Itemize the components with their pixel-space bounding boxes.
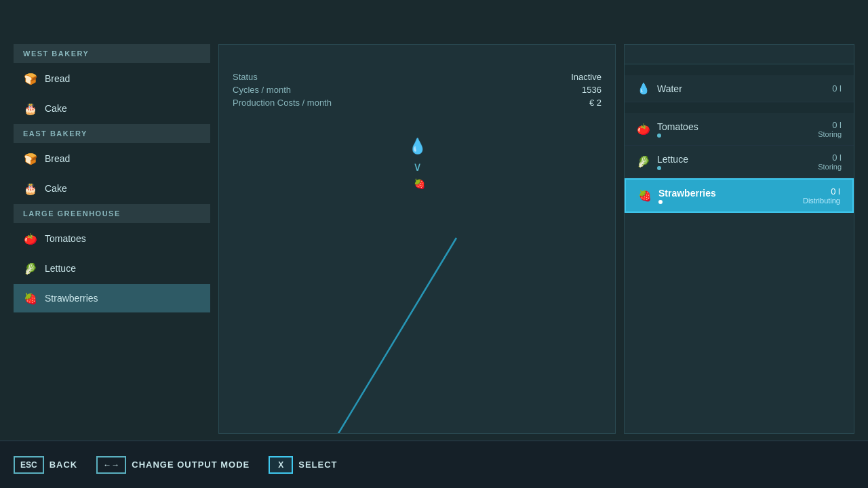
tomatoes-icon: 🍅 <box>637 123 650 136</box>
storage-item-name: Strawberries <box>658 188 716 199</box>
list-item-label: Bread <box>45 153 70 164</box>
cake-icon: 🎂 <box>23 181 38 196</box>
action-label: CHANGE OUTPUT MODE <box>132 460 250 470</box>
section-header-west-bakery: WEST BAKERY <box>14 44 210 63</box>
stat-label: Cycles / month <box>233 85 291 95</box>
list-item-label: Cake <box>45 103 67 114</box>
action-button-back[interactable]: ESC BACK <box>14 456 77 474</box>
production-stats: Status InactiveCycles / month 1536Produc… <box>233 72 601 108</box>
cake-icon: 🎂 <box>23 101 38 116</box>
storage-item-name: Tomatoes <box>657 121 698 132</box>
bread-icon: 🍞 <box>23 151 38 166</box>
key-badge: ←→ <box>96 456 126 474</box>
list-item-cake[interactable]: 🎂 Cake <box>14 94 210 123</box>
action-label: BACK <box>50 460 78 470</box>
outgoing-items-list: 🍅 Tomatoes 0 l Storing 🥬 Lettuce 0 l Sto… <box>625 113 854 213</box>
recipe-section: 💧 ∨ 🍓 <box>233 124 601 203</box>
recipe-output-icon: 🍓 <box>414 178 425 189</box>
bottom-actions: ESC BACK←→ CHANGE OUTPUT MODEX SELECT <box>14 456 338 474</box>
recipe-visual: 💧 ∨ 🍓 <box>233 124 601 203</box>
bread-icon: 🍞 <box>23 71 38 86</box>
stat-value: Inactive <box>571 72 601 82</box>
storage-item-name: Lettuce <box>657 154 688 165</box>
svg-line-0 <box>328 238 456 433</box>
outgoing-item-lettuce[interactable]: 🥬 Lettuce 0 l Storing <box>625 146 854 178</box>
storage-item-amount: 0 l <box>832 83 842 94</box>
recipe-arrow-icon: ∨ <box>413 159 422 174</box>
stat-label: Status <box>233 72 258 82</box>
action-button-change-output-mode[interactable]: ←→ CHANGE OUTPUT MODE <box>96 456 250 474</box>
section-header-east-bakery: EAST BAKERY <box>14 124 210 143</box>
storage-item-amount: 0 l <box>831 186 840 197</box>
list-item-tomatoes[interactable]: 🍅 Tomatoes <box>14 224 210 253</box>
key-badge: X <box>269 456 293 474</box>
outgoing-products-header <box>625 102 854 113</box>
list-item-label: Cake <box>45 183 67 194</box>
storage-item-status: Storing <box>818 130 842 138</box>
list-item-lettuce[interactable]: 🥬 Lettuce <box>14 254 210 283</box>
right-panel: 💧 Water 0 l 🍅 Tomatoes 0 l Storing 🥬 Let… <box>624 44 854 434</box>
incoming-item-water[interactable]: 💧 Water 0 l <box>625 75 854 102</box>
list-item-bread[interactable]: 🍞 Bread <box>14 144 210 173</box>
production-panel: Status InactiveCycles / month 1536Produc… <box>218 44 616 434</box>
lettuce-icon: 🥬 <box>23 261 38 276</box>
recipe-input-icon: 💧 <box>408 138 427 155</box>
list-item-bread[interactable]: 🍞 Bread <box>14 64 210 93</box>
stat-row-cycles-/-month: Cycles / month 1536 <box>233 85 601 95</box>
list-item-label: Bread <box>45 73 70 84</box>
stat-value: 1536 <box>582 85 601 95</box>
list-item-label: Lettuce <box>45 263 76 274</box>
dot-indicator <box>657 166 661 170</box>
stat-label: Production Costs / month <box>233 98 332 108</box>
strawberries-icon: 🍓 <box>638 189 652 202</box>
storage-item-amount: 0 l <box>832 152 842 163</box>
strawberries-icon: 🍓 <box>23 291 38 306</box>
lettuce-icon: 🥬 <box>637 155 650 168</box>
storage-item-name: Water <box>657 83 682 94</box>
stat-row-status: Status Inactive <box>233 72 601 82</box>
incoming-materials-header <box>625 64 854 75</box>
water-icon: 💧 <box>637 82 650 95</box>
list-item-strawberries[interactable]: 🍓 Strawberries <box>14 284 210 312</box>
recipe-output: 🍓 <box>410 178 425 189</box>
building-storage-title <box>625 45 854 64</box>
storage-item-amount: 0 l <box>832 120 842 130</box>
storage-item-status: Distributing <box>803 197 840 205</box>
dot-indicator <box>657 134 661 138</box>
outgoing-item-strawberries[interactable]: 🍓 Strawberries 0 l Distributing <box>625 178 854 213</box>
left-panel: WEST BAKERY🍞 Bread🎂 CakeEAST BAKERY🍞 Bre… <box>14 44 210 434</box>
stat-value: € 2 <box>589 98 601 108</box>
section-header-large-greenhouse: LARGE GREENHOUSE <box>14 204 210 223</box>
key-badge: ESC <box>14 456 44 474</box>
action-label: SELECT <box>298 460 337 470</box>
list-item-label: Strawberries <box>45 293 98 304</box>
list-item-cake[interactable]: 🎂 Cake <box>14 174 210 203</box>
list-item-label: Tomatoes <box>45 233 86 244</box>
tomatoes-icon: 🍅 <box>23 231 38 246</box>
action-button-select[interactable]: X SELECT <box>269 456 337 474</box>
bottom-bar: ESC BACK←→ CHANGE OUTPUT MODEX SELECT <box>0 441 868 488</box>
incoming-items-list: 💧 Water 0 l <box>625 75 854 102</box>
outgoing-item-tomatoes[interactable]: 🍅 Tomatoes 0 l Storing <box>625 113 854 146</box>
dot-indicator <box>658 200 663 204</box>
storage-item-status: Storing <box>818 163 842 171</box>
stat-row-production-costs-/-month: Production Costs / month € 2 <box>233 98 601 108</box>
